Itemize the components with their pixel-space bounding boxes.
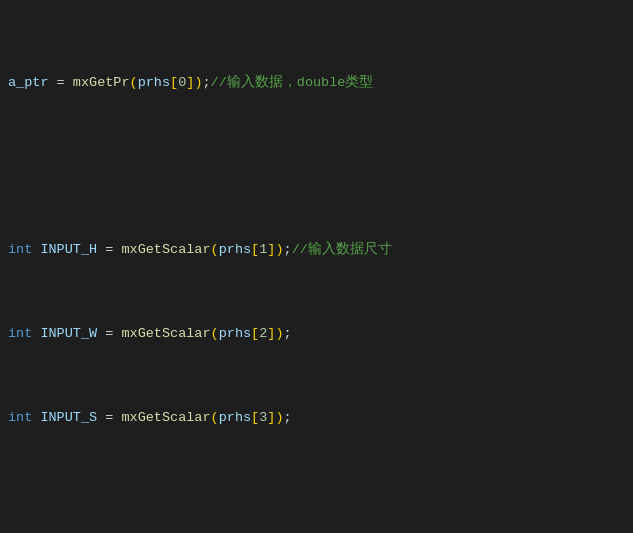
- code-line-4: int INPUT_W = mxGetScalar(prhs[2]);: [8, 324, 625, 345]
- code-line-6: [8, 491, 625, 512]
- code-line-5: int INPUT_S = mxGetScalar(prhs[3]);: [8, 408, 625, 429]
- code-editor: a_ptr = mxGetPr(prhs[0]);//输入数据，double类型…: [8, 10, 625, 533]
- code-line-1: a_ptr = mxGetPr(prhs[0]);//输入数据，double类型: [8, 73, 625, 94]
- code-line-2: [8, 156, 625, 177]
- code-line-3: int INPUT_H = mxGetScalar(prhs[1]);//输入数…: [8, 240, 625, 261]
